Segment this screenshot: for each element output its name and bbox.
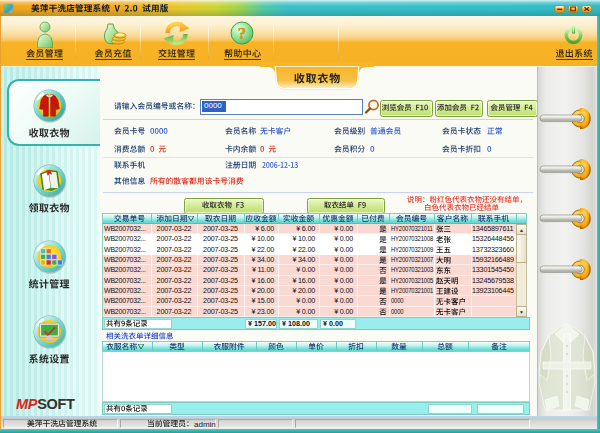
svg-text:?: ? [238, 24, 247, 43]
